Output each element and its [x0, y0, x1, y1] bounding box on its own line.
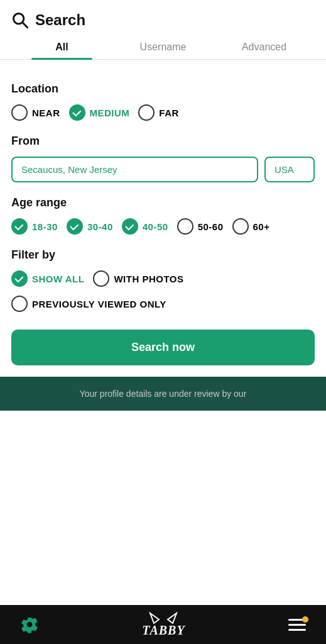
radio-near-label: NEAR: [32, 108, 60, 118]
menu-nav-item[interactable]: [288, 619, 306, 631]
radio-show-all-label: SHOW ALL: [32, 274, 84, 284]
settings-nav-item[interactable]: [20, 615, 39, 634]
from-city-input[interactable]: Secaucus, New Jersey: [11, 157, 258, 182]
age-18-30[interactable]: 18-30: [11, 218, 58, 235]
gear-icon: [20, 615, 39, 634]
review-banner: Your profile details are under review by…: [0, 377, 326, 411]
filter-row-1: SHOW ALL WITH PHOTOS: [11, 270, 315, 287]
svg-line-1: [23, 23, 28, 28]
age-60-plus[interactable]: 60+: [232, 218, 270, 235]
bottom-nav: TABBY: [0, 605, 326, 644]
tab-advanced[interactable]: Advanced: [214, 35, 315, 59]
radio-medium: [69, 104, 85, 121]
radio-medium-label: MEDIUM: [90, 108, 130, 118]
from-section: From Secaucus, New Jersey USA: [11, 135, 315, 182]
location-options: NEAR MEDIUM FAR: [11, 104, 315, 121]
radio-60-plus-label: 60+: [253, 221, 270, 232]
radio-18-30: [11, 218, 28, 235]
radio-previously-viewed-label: PREVIOUSLY VIEWED ONLY: [32, 299, 166, 309]
radio-with-photos-label: WITH PHOTOS: [114, 274, 183, 284]
radio-with-photos: [93, 270, 109, 287]
radio-30-40: [67, 218, 83, 235]
page-title: Search: [35, 11, 85, 29]
search-icon: [11, 11, 29, 29]
radio-60-plus: [232, 218, 249, 235]
tab-username[interactable]: Username: [112, 35, 214, 59]
svg-marker-2: [150, 613, 159, 623]
logo-text: TABBY: [142, 623, 185, 637]
radio-show-all: [11, 270, 28, 287]
radio-40-50: [122, 218, 138, 235]
radio-18-30-label: 18-30: [32, 221, 58, 232]
filter-show-all[interactable]: SHOW ALL: [11, 270, 84, 287]
tabs-container: All Username Advanced: [0, 35, 326, 60]
tab-all[interactable]: All: [11, 35, 112, 59]
logo-cat-ears-icon: [148, 612, 179, 625]
radio-far-label: FAR: [159, 108, 179, 118]
location-near[interactable]: NEAR: [11, 104, 60, 121]
radio-far: [138, 104, 155, 121]
location-medium[interactable]: MEDIUM: [69, 104, 130, 121]
age-30-40[interactable]: 30-40: [67, 218, 113, 235]
header: Search: [0, 0, 326, 29]
svg-marker-3: [168, 613, 177, 623]
search-now-button[interactable]: Search now: [11, 330, 315, 365]
age-range-title: Age range: [11, 196, 315, 209]
location-section: Location NEAR MEDIUM FAR: [11, 82, 315, 121]
age-50-60[interactable]: 50-60: [177, 218, 224, 235]
review-banner-text: Your profile details are under review by…: [80, 389, 247, 399]
age-40-50[interactable]: 40-50: [122, 218, 168, 235]
filter-by-title: Filter by: [11, 248, 315, 262]
filter-previously-viewed[interactable]: PREVIOUSLY VIEWED ONLY: [11, 296, 166, 312]
radio-50-60: [177, 218, 193, 235]
location-far[interactable]: FAR: [138, 104, 179, 121]
age-range-options: 18-30 30-40 40-50 50-60 60+: [11, 218, 315, 235]
filter-with-photos[interactable]: WITH PHOTOS: [93, 270, 183, 287]
filter-by-section: Filter by SHOW ALL WITH PHOTOS PREVIOUSL…: [11, 248, 315, 312]
radio-previously-viewed: [11, 296, 28, 312]
radio-40-50-label: 40-50: [143, 221, 168, 232]
radio-50-60-label: 50-60: [198, 221, 224, 232]
logo-nav-item[interactable]: TABBY: [142, 612, 185, 638]
from-country-input[interactable]: USA: [264, 157, 315, 182]
from-title: From: [11, 135, 315, 148]
radio-near: [11, 104, 28, 121]
notification-dot: [302, 616, 308, 623]
radio-30-40-label: 30-40: [87, 221, 113, 232]
main-content: Location NEAR MEDIUM FAR From Secaucus, …: [0, 60, 326, 365]
location-title: Location: [11, 82, 315, 96]
filter-row-2: PREVIOUSLY VIEWED ONLY: [11, 296, 315, 312]
from-fields: Secaucus, New Jersey USA: [11, 157, 315, 182]
age-range-section: Age range 18-30 30-40 40-50 50-60: [11, 196, 315, 235]
